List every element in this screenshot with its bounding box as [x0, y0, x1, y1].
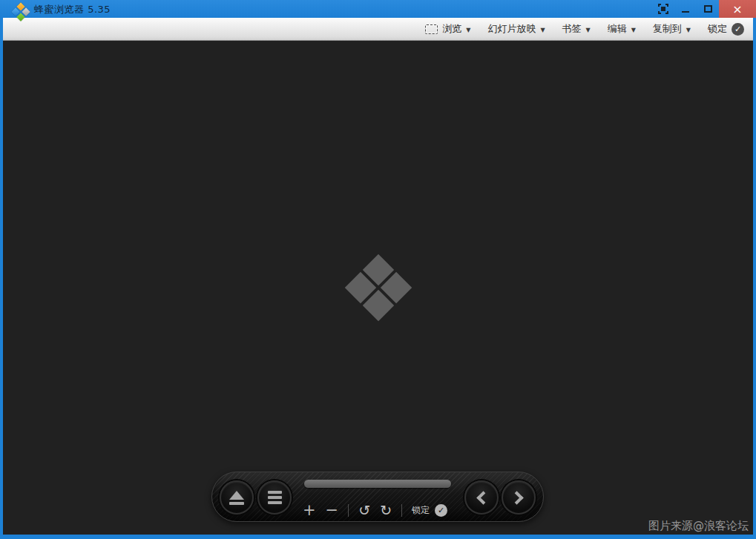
close-button[interactable]: × — [719, 0, 756, 18]
chevron-down-icon: ▼ — [686, 25, 691, 33]
menu-slideshow-label: 幻灯片放映 — [487, 22, 536, 36]
divider — [348, 504, 349, 517]
window-title: 蜂蜜浏览器 5.35 — [34, 3, 111, 16]
menu-bookmarks[interactable]: 书签 ▼ — [562, 22, 591, 36]
chevron-down-icon: ▼ — [631, 25, 636, 33]
maximize-icon — [704, 5, 712, 13]
eject-button[interactable] — [220, 480, 254, 515]
minimize-icon — [682, 11, 689, 13]
menu-copy-to-label: 复制到 — [653, 22, 682, 36]
rotate-left-button[interactable]: ↺ — [358, 503, 370, 517]
app-logo-icon — [10, 1, 30, 22]
menu-button[interactable] — [257, 480, 292, 515]
menu-edit-label: 编辑 — [608, 22, 627, 36]
zoom-out-button[interactable]: − — [326, 503, 339, 518]
lock-toggle[interactable]: 锁定 ✓ — [708, 22, 744, 36]
fullscreen-button[interactable] — [652, 0, 674, 18]
minimize-button[interactable] — [674, 0, 697, 18]
lock-toggle-label: 锁定 — [708, 22, 727, 36]
titlebar: 蜂蜜浏览器 5.35 × — [0, 0, 756, 18]
hamburger-menu-icon — [268, 489, 282, 506]
eject-icon — [229, 491, 244, 500]
four-diamonds-icon — [11, 2, 30, 21]
rotate-right-button[interactable]: ↻ — [380, 503, 392, 517]
fit-screen-icon — [425, 24, 438, 34]
divider — [401, 504, 402, 517]
watermark-text: 图片来源@浪客论坛 — [648, 519, 749, 533]
lock-label: 锁定 — [412, 504, 430, 517]
close-icon: × — [732, 2, 742, 16]
placeholder-logo-icon — [344, 254, 412, 322]
check-circle-icon: ✓ — [435, 504, 447, 517]
menu-copy-to[interactable]: 复制到 ▼ — [653, 22, 691, 36]
window-controls: × — [652, 0, 756, 18]
previous-button[interactable] — [464, 480, 499, 515]
next-button[interactable] — [502, 480, 536, 515]
menu-edit[interactable]: 编辑 ▼ — [608, 22, 636, 36]
maximize-button[interactable] — [697, 0, 719, 18]
fullscreen-icon — [658, 4, 668, 14]
chevron-down-icon: ▼ — [540, 25, 545, 33]
chevron-right-icon — [510, 491, 523, 504]
menu-browse-label: 浏览 — [442, 22, 461, 36]
chevron-left-icon — [476, 491, 490, 504]
zoom-in-button[interactable]: + — [303, 503, 316, 518]
eject-icon-bar — [229, 502, 244, 505]
toolbar: 浏览 ▼ 幻灯片放映 ▼ 书签 ▼ 编辑 ▼ 复制到 ▼ 锁定 ✓ — [3, 18, 753, 41]
menu-slideshow[interactable]: 幻灯片放映 ▼ — [487, 22, 545, 36]
menu-bookmarks-label: 书签 — [562, 22, 582, 36]
zoom-slider[interactable] — [304, 480, 451, 488]
control-bar: + − ↺ ↻ 锁定 ✓ — [211, 472, 544, 522]
menu-browse[interactable]: 浏览 ▼ — [425, 22, 470, 36]
control-bar-row: + − ↺ ↻ 锁定 ✓ — [303, 500, 447, 520]
lock-toggle-bottom[interactable]: 锁定 ✓ — [412, 504, 447, 517]
check-circle-icon: ✓ — [732, 23, 744, 36]
chevron-down-icon: ▼ — [586, 25, 591, 33]
image-viewport: 图片来源@浪客论坛 — [3, 41, 753, 535]
chevron-down-icon: ▼ — [466, 25, 470, 33]
